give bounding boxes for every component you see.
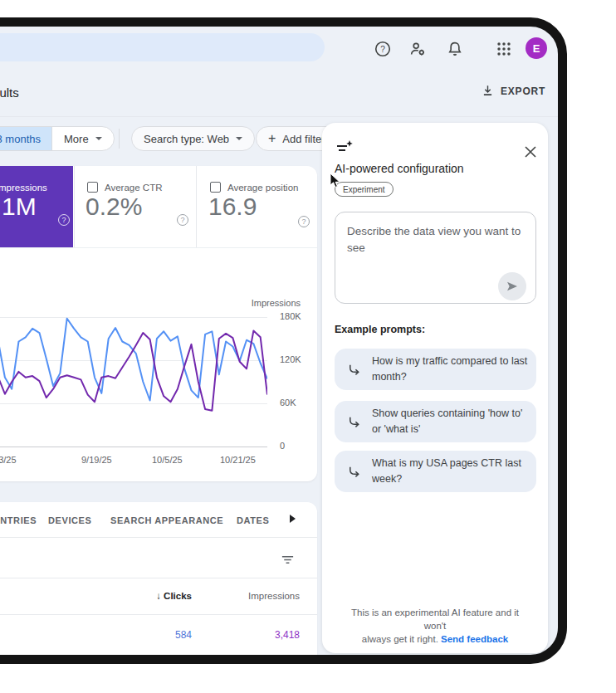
table-row-impressions-value[interactable]: 3,418 [200, 629, 300, 641]
ai-tune-sparkle-icon [335, 139, 354, 156]
position-metric-label: Average position [227, 183, 298, 193]
close-icon[interactable] [523, 144, 538, 159]
plus-icon: + [268, 132, 276, 145]
toolbar-divider [0, 578, 317, 578]
mouse-cursor [330, 173, 341, 189]
tab-countries[interactable]: COUNTRIES [0, 515, 37, 525]
example-prompts-label: Example prompts: [335, 324, 425, 335]
more-label: More [64, 133, 89, 145]
impressions-metric-label: Total impressions [0, 183, 47, 193]
card-divider [74, 166, 75, 247]
export-button[interactable]: EXPORT [481, 84, 545, 98]
disclaimer-line2: always get it right. [362, 634, 438, 644]
disclaimer-line1: This is an experimental AI feature and i… [351, 608, 519, 631]
x-tick: 10/21/25 [220, 455, 256, 465]
y-tick: 60K [280, 398, 296, 408]
metrics-divider [0, 247, 317, 248]
send-feedback-link[interactable]: Send feedback [441, 634, 508, 644]
x-tick: 10/5/25 [152, 455, 183, 465]
date-more-button[interactable]: More [51, 127, 114, 150]
ctr-help-icon[interactable]: ? [177, 214, 188, 226]
y-tick: 0 [280, 441, 285, 451]
clicks-column-header[interactable]: ↓ Clicks [92, 591, 192, 601]
svg-text:?: ? [380, 45, 385, 54]
ai-disclaimer: This is an experimental AI feature and i… [340, 606, 530, 646]
global-search-bar[interactable] [0, 33, 325, 61]
header-divider [0, 116, 567, 117]
notifications-bell-icon[interactable] [446, 40, 464, 58]
card-divider [196, 166, 197, 247]
position-help-icon[interactable]: ? [298, 216, 310, 227]
y-tick: 180K [280, 311, 301, 321]
tabs-divider [0, 537, 317, 538]
ctr-metric-label: Average CTR [105, 183, 162, 193]
table-filter-icon[interactable] [281, 553, 295, 567]
x-tick: 9/19/25 [81, 455, 112, 465]
example-prompt-3[interactable]: What is my USA pages CTR last week? [335, 451, 536, 492]
prompt-arrow-icon [347, 415, 361, 429]
add-filter-label: Add filter [282, 133, 325, 145]
export-label: EXPORT [501, 85, 545, 97]
ai-configuration-panel: AI-powered configuration Experiment Exam… [322, 123, 548, 653]
experiment-badge: Experiment [335, 182, 394, 197]
table-header-divider [0, 614, 317, 615]
tab-devices[interactable]: DEVICES [48, 515, 92, 525]
performance-line-chart[interactable] [0, 311, 267, 452]
example-prompt-1[interactable]: How is my traffic compared to last month… [335, 349, 536, 390]
clicks-line [0, 319, 267, 401]
y-tick: 120K [280, 354, 301, 364]
impressions-metric-value: 1.1M [0, 193, 37, 221]
impressions-column-header[interactable]: Impressions [200, 591, 300, 601]
date-range-chip[interactable]: Last 3 months [0, 127, 51, 150]
position-metric-value: 16.9 [208, 193, 257, 221]
download-icon [481, 84, 495, 98]
sort-desc-icon: ↓ [156, 591, 161, 601]
tab-search-appearance[interactable]: SEARCH APPEARANCE [110, 515, 223, 525]
x-tick: 9/3/25 [0, 455, 17, 465]
page-title: Performance on Search results [0, 85, 46, 100]
send-icon [506, 280, 519, 293]
filter-divider [119, 129, 120, 149]
date-filter-group: Last 3 months More [0, 126, 115, 151]
chevron-down-icon [95, 137, 102, 140]
prompt-text: Show queries containing 'how to' or 'wha… [372, 406, 531, 437]
avatar[interactable]: E [526, 37, 547, 59]
search-type-label: Search type: Web [144, 133, 229, 145]
ctr-metric-value: 0.2% [86, 193, 142, 221]
user-settings-icon[interactable] [408, 40, 427, 58]
prompt-arrow-icon [347, 363, 361, 377]
table-row-clicks-value[interactable]: 584 [92, 629, 192, 641]
example-prompt-2[interactable]: Show queries containing 'how to' or 'wha… [335, 401, 536, 442]
panel-title: AI-powered configuration [335, 162, 464, 175]
prompt-arrow-icon [347, 465, 361, 479]
search-type-filter[interactable]: Search type: Web [131, 126, 255, 151]
device-frame: ? E Performance on Search results EXPORT… [0, 17, 567, 664]
tabs-overflow-arrow-icon[interactable] [290, 515, 296, 523]
clicks-header-label: Clicks [164, 591, 192, 601]
ctr-checkbox[interactable] [87, 182, 98, 193]
position-checkbox[interactable] [210, 182, 221, 193]
help-icon[interactable]: ? [374, 40, 392, 58]
chevron-down-icon [236, 137, 242, 140]
apps-grid-icon[interactable] [495, 40, 513, 58]
impressions-help-icon[interactable]: ? [58, 214, 70, 226]
right-axis-title: Impressions [218, 298, 301, 308]
prompt-text: What is my USA pages CTR last week? [372, 456, 531, 487]
prompt-text: How is my traffic compared to last month… [372, 354, 531, 385]
tab-dates[interactable]: DATES [237, 515, 269, 525]
send-button[interactable] [498, 272, 526, 300]
